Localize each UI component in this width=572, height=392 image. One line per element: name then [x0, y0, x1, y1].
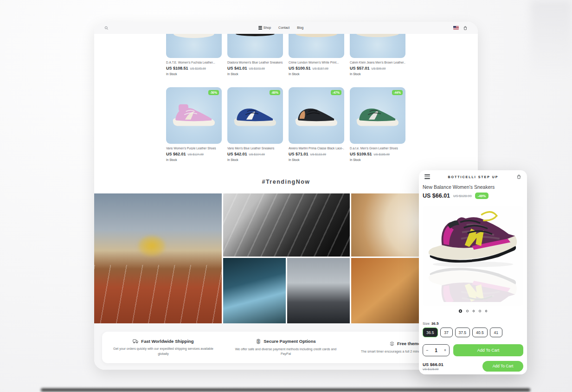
quantity-minus-button[interactable]: −: [426, 348, 428, 353]
blue-vans-shoe-image: [231, 102, 279, 129]
product-title[interactable]: Alviero Martini Prima Classe Black Lace-…: [289, 147, 344, 150]
smile-icon: [389, 341, 395, 347]
truck-icon: [133, 339, 139, 344]
product-old-price: US $124.99: [188, 153, 204, 156]
carousel-dot-1[interactable]: [459, 309, 462, 313]
shoe-sole-hint: [296, 34, 337, 37]
feature-shipping: Fast Worldwide Shipping Get your orders …: [102, 339, 225, 356]
product-title[interactable]: Vans Women's Purple Leather Shoes: [166, 147, 222, 150]
gallery-image-woman-jogging[interactable]: [287, 258, 350, 323]
top-navigation: Shop Contact Blog: [94, 22, 478, 34]
nav-item-shop[interactable]: Shop: [258, 26, 271, 29]
product-old-price: US $99.99: [372, 67, 386, 70]
size-label: Size: 36.5: [423, 321, 438, 326]
dollar-icon: $: [256, 339, 261, 344]
features-card: Fast Worldwide Shipping Get your orders …: [102, 332, 469, 363]
cart-bag-icon[interactable]: [463, 26, 468, 31]
stock-status: In Stock: [350, 72, 405, 76]
size-selector: 36.5 37 37.5 40.5 41: [423, 328, 502, 337]
product-image[interactable]: [289, 87, 344, 144]
product-image[interactable]: [166, 34, 222, 58]
gallery-image-blue-sneaker-closeup[interactable]: [223, 258, 286, 323]
discount-badge: -60%: [270, 90, 280, 95]
product-card: Diadora Women's Blue Leather Sneakers US…: [227, 34, 283, 76]
carousel-dot-2[interactable]: [466, 310, 469, 312]
size-option-40-5[interactable]: 40.5: [472, 328, 488, 337]
popup-bag-icon[interactable]: [516, 174, 521, 180]
product-old-price: US $133.99: [310, 153, 326, 156]
feature-title-text: Secure Payment Options: [264, 339, 315, 344]
product-title[interactable]: Crime London Women's White Print...: [289, 61, 344, 64]
add-to-cart-button[interactable]: Add To Cart: [453, 344, 523, 356]
product-title[interactable]: Calvin Klein Jeans Men's Brown Leather..…: [350, 61, 405, 64]
new-balance-shoe-image: [423, 206, 523, 302]
product-price: US $41.01: [227, 66, 247, 71]
size-label-text: Size:: [423, 321, 431, 326]
backdrop-blur-smudge: [530, 0, 572, 79]
selected-size-value: 36.5: [431, 321, 439, 326]
popup-price: US $66.01: [423, 193, 450, 199]
product-price: US $62.01: [166, 152, 186, 156]
product-title[interactable]: D.A.T.E. Women's Fuchsia Leather...: [166, 61, 222, 64]
product-image[interactable]: [166, 87, 222, 144]
nav-contact-label: Contact: [278, 26, 289, 29]
product-title[interactable]: Vans Men's Blue Leather Sneakers: [227, 147, 283, 150]
product-image[interactable]: [289, 34, 344, 58]
carousel-dot-5[interactable]: [485, 310, 488, 312]
black-sneaker-shoe-image: [292, 102, 341, 129]
product-title[interactable]: D.a.t.e. Men's Green Leather Shoes: [350, 147, 405, 150]
stock-status: In Stock: [166, 158, 222, 161]
nav-item-blog[interactable]: Blog: [297, 26, 303, 29]
carousel-dot-3[interactable]: [473, 310, 475, 312]
size-option-37-5[interactable]: 37.5: [455, 328, 470, 337]
product-title[interactable]: Diadora Women's Blue Leather Sneakers: [227, 61, 283, 64]
backdrop-dark-bar: [41, 388, 530, 392]
size-option-41[interactable]: 41: [490, 328, 502, 337]
gallery-image-sprinter-on-track[interactable]: [94, 193, 222, 323]
popup-sticky-bar: US $66.01 US $128.99 Add To Cart: [419, 358, 527, 374]
product-card: Calvin Klein Jeans Men's Brown Leather..…: [350, 34, 405, 76]
quantity-plus-button[interactable]: +: [444, 348, 446, 353]
product-price: US $57.01: [350, 66, 370, 71]
nav-menu: Shop Contact Blog: [109, 26, 453, 29]
search-icon[interactable]: [104, 26, 109, 30]
popup-old-price: US $128.99: [453, 194, 472, 198]
product-price: US $109.51: [350, 152, 372, 156]
us-flag-icon[interactable]: [453, 26, 459, 30]
svg-text:$: $: [258, 340, 259, 342]
size-option-37[interactable]: 37: [440, 328, 453, 337]
popup-product-title: New Balance Women's Sneakers: [419, 183, 527, 190]
shoe-sole-hint: [236, 34, 275, 36]
store-name: BOTTICELLI STEP UP: [448, 175, 499, 179]
size-option-36-5[interactable]: 36.5: [423, 328, 438, 337]
feature-title-text: Fast Worldwide Shipping: [141, 339, 193, 344]
popup-product-image[interactable]: [423, 206, 523, 306]
nav-blog-label: Blog: [297, 26, 303, 29]
carousel-dots: [419, 309, 527, 313]
product-image[interactable]: [350, 34, 405, 58]
gallery-image-black-leather-boots[interactable]: [223, 193, 350, 257]
green-sneaker-shoe-image: [353, 102, 402, 129]
sticky-price: US $66.01: [423, 362, 443, 367]
product-old-price: US $103.99: [249, 67, 265, 70]
product-grid-row-2: -50% Vans Women's Purple Leather Shoes U…: [166, 87, 407, 161]
hamburger-icon[interactable]: [424, 174, 430, 179]
product-card: -44% D.a.t.e. Men's Green Leather Shoes …: [350, 87, 405, 161]
product-card: -50% Vans Women's Purple Leather Shoes U…: [166, 87, 222, 161]
shop-menu-icon: [258, 26, 262, 29]
nav-shop-label: Shop: [264, 26, 271, 29]
product-image[interactable]: [227, 34, 283, 58]
sticky-add-to-cart-button[interactable]: Add To Cart: [482, 361, 523, 372]
nav-right-icons: [453, 26, 468, 31]
discount-badge: -44%: [392, 90, 403, 95]
product-card: -60% Vans Men's Blue Leather Sneakers US…: [227, 87, 283, 161]
product-price: US $100.51: [289, 66, 311, 71]
product-image[interactable]: [227, 87, 283, 144]
feature-description: We offer safe and diverse payment method…: [231, 347, 341, 357]
nav-item-contact[interactable]: Contact: [278, 26, 289, 29]
product-image[interactable]: [350, 87, 405, 144]
product-card: D.A.T.E. Women's Fuchsia Leather... US $…: [166, 34, 222, 76]
product-old-price: US $186.99: [374, 153, 390, 156]
carousel-dot-4[interactable]: [479, 310, 481, 312]
product-old-price: US $195.99: [190, 67, 206, 70]
